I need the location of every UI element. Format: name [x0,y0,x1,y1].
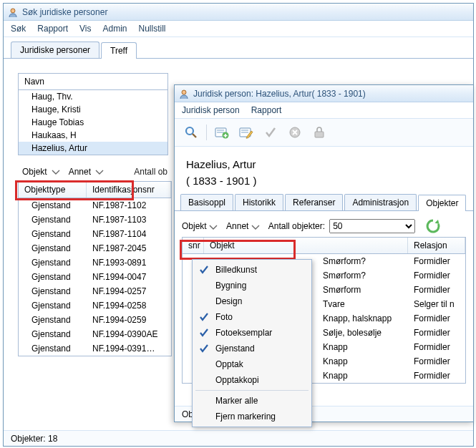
main-menubar: Søk Rapport Vis Admin Nullstill [4,21,473,37]
search-button[interactable] [182,123,200,142]
detail-window-title: Juridisk person: Hazelius, Artur( 1833 -… [193,89,366,99]
list-item[interactable]: Hauge, Kristi [19,103,167,116]
svg-rect-12 [315,132,324,137]
menu-item[interactable]: Gjenstand [193,341,311,356]
menu-item[interactable]: Billedkunst [193,262,311,278]
table-row[interactable]: GjenstandNF.1993-0891 [19,255,171,270]
antall-select[interactable]: 50 [329,219,415,233]
app-icon [8,7,18,17]
col-objekttype[interactable]: Objekttype [19,182,87,198]
main-statusbar: Objekter: 18 [4,430,473,446]
table-row[interactable]: GjenstandNF.1994-0257 [19,284,171,298]
svg-line-3 [193,134,196,137]
menu-item[interactable]: Marker alle [193,393,311,409]
list-item[interactable]: Haukaas, H [19,129,167,142]
list-item[interactable]: Hazelius, Artur [19,142,167,155]
svg-point-2 [186,127,193,135]
tab-administrasjon[interactable]: Administrasjon [344,194,417,210]
check-icon [198,395,210,406]
antall-label: Antall objekter: [268,221,325,231]
col-snr[interactable]: snr [183,238,204,253]
objekt-filter-menu: BilledkunstBygningDesignFotoFotoeksempla… [192,259,312,427]
list-item[interactable]: Hauge Tobias [19,116,167,129]
menu-item[interactable]: Foto [193,309,311,325]
menu-admin[interactable]: Admin [103,24,127,34]
table-row[interactable]: GjenstandNF.1994-0390AE [19,327,171,341]
detail-toolbar [175,119,473,147]
annet-dropdown-main[interactable]: Annet [69,167,102,177]
chevron-down-icon [251,225,258,229]
check-icon [198,343,210,354]
table-row[interactable]: GjenstandNF.1987-1102 [19,198,171,213]
svg-point-0 [11,9,15,13]
person-icon [179,89,189,99]
menu-rapport[interactable]: Rapport [37,24,68,34]
apply-button[interactable] [261,123,280,142]
person-name: Hazelius, Artur [186,158,462,170]
check-icon [198,359,210,370]
menu-item[interactable]: Fotoeksemplar [193,325,311,341]
table-row[interactable]: GjenstandNF.1994-0391… [19,341,171,356]
main-tabbar: Juridiske personer Treff [4,37,473,59]
antall-objekter-control[interactable]: Antall objekter: 50 [268,219,415,233]
check-icon [198,327,210,339]
new-button[interactable] [213,123,231,142]
menu-sok[interactable]: Søk [11,24,26,34]
check-icon [198,411,210,422]
cancel-button[interactable] [286,123,304,142]
chevron-down-icon [209,225,216,229]
col-objekt[interactable]: Objekt [204,238,408,253]
menu-item[interactable]: Design [193,293,311,309]
svg-point-1 [182,90,186,94]
navn-list: Navn Haug, Thv.Hauge, KristiHauge Tobias… [18,73,168,155]
tab-treff[interactable]: Treff [101,42,137,59]
check-icon [198,374,210,386]
antall-label-main: Antall ob [134,167,167,177]
refresh-button[interactable] [425,218,441,234]
table-row[interactable]: GjenstandNF.1994-0047 [19,270,171,284]
menu-juridisk-person[interactable]: Juridisk person [182,105,240,115]
tab-referanser[interactable]: Referanser [285,194,343,210]
chevron-down-icon [95,170,102,174]
detail-titlebar: Juridisk person: Hazelius, Artur( 1833 -… [175,85,473,102]
tab-objekter[interactable]: Objekter [418,195,466,211]
check-icon [198,311,210,323]
main-titlebar: Søk juridiske personer [4,4,473,21]
edit-button[interactable] [237,123,256,142]
menu-item[interactable]: Opptak [193,356,311,372]
check-icon [198,296,210,307]
table-row[interactable]: GjenstandNF.1987-2045 [19,241,171,255]
menu-vis[interactable]: Vis [79,24,91,34]
check-icon [198,280,210,291]
person-summary: Hazelius, Artur ( 1833 - 1901 ) [175,147,473,194]
main-grid: Objekttype Identifikasjonsnr GjenstandNF… [18,181,172,356]
menu-item[interactable]: Fjern markering [193,409,311,424]
objekt-dropdown-detail[interactable]: Objekt [182,221,216,231]
navn-header: Navn [19,74,167,90]
check-icon [198,264,210,276]
menu-item[interactable]: Bygning [193,278,311,293]
menu-item[interactable]: Opptakkopi [193,372,311,388]
menu-rapport-detail[interactable]: Rapport [251,105,282,115]
annet-dropdown-detail[interactable]: Annet [226,221,258,231]
detail-tabbar: Basisoppl Historikk Referanser Administr… [175,194,473,211]
list-item[interactable]: Haug, Thv. [19,90,167,103]
person-dates: ( 1833 - 1901 ) [186,175,462,187]
chevron-down-icon [52,170,59,174]
tab-historikk[interactable]: Historikk [235,194,283,210]
table-row[interactable]: GjenstandNF.1987-1103 [19,213,171,227]
main-window-title: Søk juridiske personer [22,7,107,17]
table-row[interactable]: GjenstandNF.1994-0258 [19,298,171,313]
lock-button[interactable] [310,123,329,142]
tab-juridiske-personer[interactable]: Juridiske personer [11,42,99,58]
tab-basisoppl[interactable]: Basisoppl [180,194,233,210]
table-row[interactable]: GjenstandNF.1994-0259 [19,313,171,327]
menu-nullstill[interactable]: Nullstill [139,24,166,34]
main-filterbar: Objekt Annet Antall ob [18,162,172,181]
col-relasjon[interactable]: Relasjon [408,238,465,253]
table-row[interactable]: GjenstandNF.1987-1104 [19,227,171,241]
col-identnr[interactable]: Identifikasjonsnr [87,182,171,198]
detail-menubar: Juridisk person Rapport [175,102,473,119]
objekt-dropdown-main[interactable]: Objekt [22,167,59,177]
